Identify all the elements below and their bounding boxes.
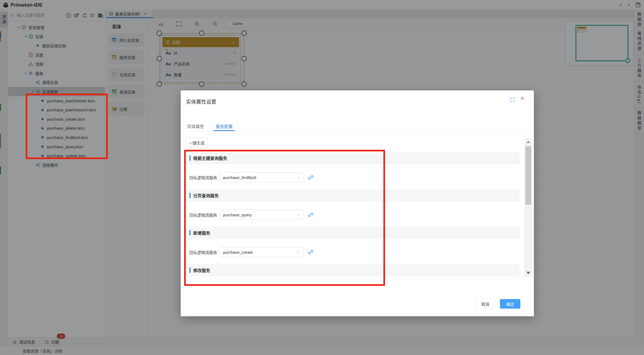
tab-entity-properties[interactable]: 实体属性 bbox=[187, 123, 204, 129]
scrollbar-thumb[interactable] bbox=[525, 146, 531, 205]
dialog-maximize-icon[interactable] bbox=[510, 97, 515, 102]
annotation-box-service-config bbox=[184, 150, 385, 286]
active-tab-underline bbox=[214, 130, 235, 131]
annotation-box-service-files bbox=[26, 94, 108, 159]
dialog-scrollbar[interactable] bbox=[524, 138, 532, 277]
cancel-button[interactable]: 取消 bbox=[476, 299, 495, 309]
ok-button[interactable]: 确定 bbox=[500, 299, 520, 309]
tab-service-config[interactable]: 服务配置 bbox=[216, 123, 233, 129]
scroll-up-icon[interactable] bbox=[526, 141, 530, 143]
dialog-title: 实体属性设置 bbox=[186, 98, 216, 105]
scroll-down-icon[interactable] bbox=[526, 272, 530, 274]
tabs-divider bbox=[186, 131, 529, 132]
dialog-close-icon[interactable]: × bbox=[520, 95, 525, 102]
one-click-generate-button[interactable]: 一键生成 bbox=[186, 138, 208, 148]
